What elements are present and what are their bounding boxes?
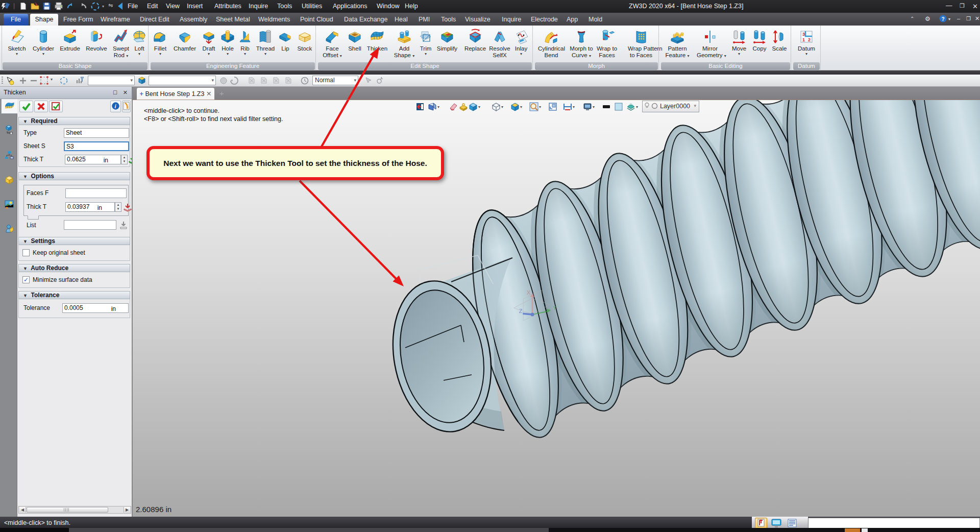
- svg-text:?: ?: [942, 16, 945, 22]
- svg-text:Z: Z: [519, 308, 523, 314]
- svg-text:Y: Y: [553, 305, 557, 311]
- svg-text:2: 2: [808, 37, 811, 42]
- svg-text:X: X: [527, 289, 531, 296]
- svg-text:1: 1: [802, 37, 805, 42]
- svg-text:3: 3: [802, 32, 805, 37]
